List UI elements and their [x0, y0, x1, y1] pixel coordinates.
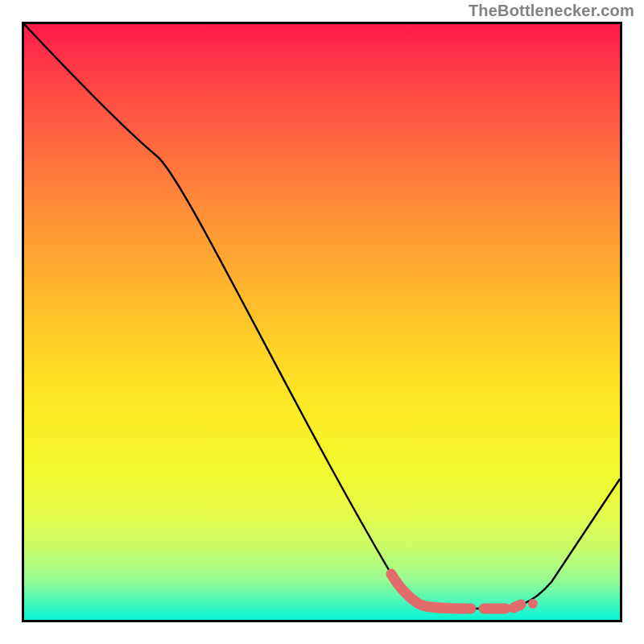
attribution-text: TheBottlenecker.com [469, 2, 634, 20]
curve-svg [24, 24, 620, 620]
chart-container: TheBottlenecker.com [0, 0, 644, 644]
highlight-dot [528, 599, 538, 609]
plot-frame [22, 22, 622, 622]
highlight-segment [391, 574, 521, 609]
plot-area [24, 24, 620, 620]
bottleneck-curve [24, 24, 620, 609]
